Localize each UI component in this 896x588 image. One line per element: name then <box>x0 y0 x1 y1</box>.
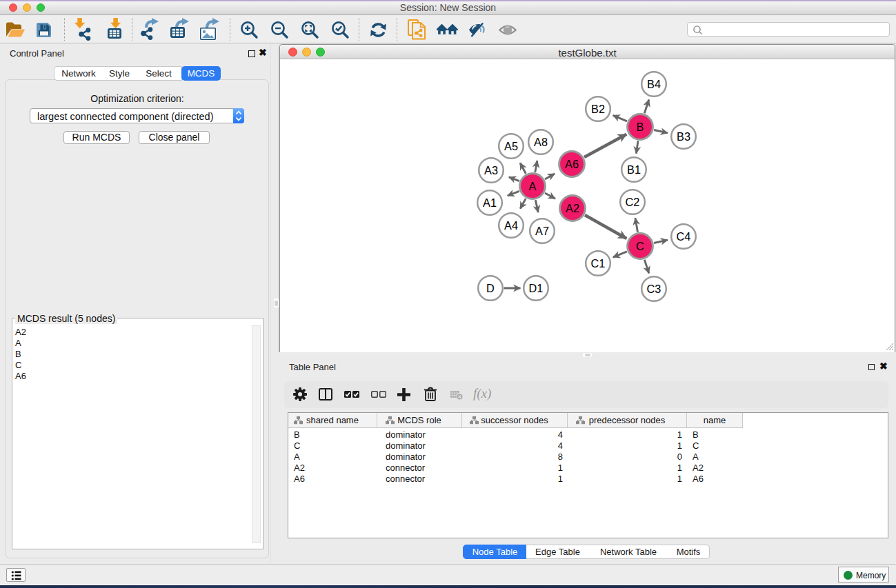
svg-text:A2: A2 <box>566 202 579 214</box>
svg-text:C1: C1 <box>591 257 606 270</box>
svg-text:A6: A6 <box>565 158 579 170</box>
svg-text:C4: C4 <box>677 230 691 243</box>
svg-text:C: C <box>636 240 644 252</box>
svg-text:A8: A8 <box>534 136 548 148</box>
svg-text:D1: D1 <box>529 282 544 294</box>
svg-text:A5: A5 <box>504 140 518 152</box>
svg-text:A4: A4 <box>504 219 518 232</box>
svg-text:B: B <box>637 121 644 133</box>
svg-text:A3: A3 <box>484 164 498 176</box>
svg-text:C3: C3 <box>647 283 661 295</box>
svg-text:B2: B2 <box>591 103 605 115</box>
svg-text:B3: B3 <box>677 130 690 143</box>
svg-text:B4: B4 <box>647 78 661 90</box>
svg-text:A7: A7 <box>535 225 549 237</box>
svg-text:A: A <box>529 180 537 192</box>
svg-text:A1: A1 <box>483 196 497 209</box>
svg-text:D: D <box>486 282 495 294</box>
svg-text:B1: B1 <box>627 163 641 176</box>
svg-text:C2: C2 <box>626 196 640 208</box>
